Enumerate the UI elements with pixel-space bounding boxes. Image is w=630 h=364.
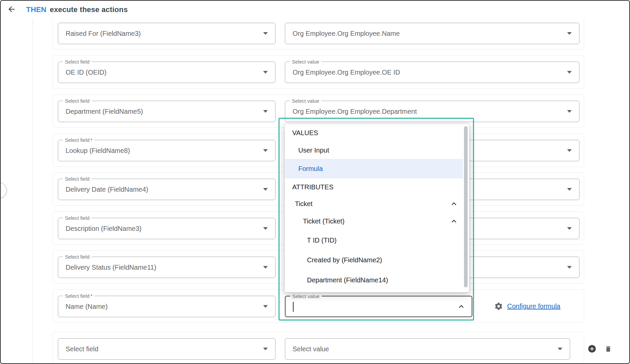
field-value: Lookup (FieldName8) <box>66 147 130 155</box>
chevron-down-icon <box>558 348 562 350</box>
field-value: Name (Name) <box>66 303 108 310</box>
configure-formula-action: Configure formula <box>494 302 560 311</box>
select-field-dropdown[interactable]: Raised For (FieldName3) <box>58 23 275 44</box>
delete-row-button[interactable] <box>605 345 612 354</box>
chevron-down-icon <box>567 266 572 269</box>
chevron-up-icon <box>450 217 458 226</box>
value-label: Select value <box>290 293 322 299</box>
select-value-dropdown[interactable]: Select value <box>285 338 570 360</box>
dropdown-option-t-id[interactable]: T ID (TID) <box>285 231 469 250</box>
field-value: Description (FieldName3) <box>66 225 142 233</box>
field-label: Select field <box>63 176 91 182</box>
field-label: Select field* <box>63 137 94 143</box>
value-label: Select value <box>290 98 321 104</box>
select-value-combobox-open[interactable]: Select value <box>285 296 472 317</box>
field-label: Select field <box>63 254 91 260</box>
field-label: Select field <box>63 59 91 65</box>
dropdown-section-values: VALUES <box>285 124 469 142</box>
value-value: Org Employee.Org Employee.Name <box>293 30 400 37</box>
chevron-down-icon <box>263 305 268 308</box>
select-value-dropdown[interactable]: Select value Org Employee.Org Employee.D… <box>285 101 579 122</box>
chevron-down-icon <box>567 149 572 152</box>
select-field-dropdown[interactable]: Select field Delivery Date (FieldName4) <box>58 179 275 200</box>
field-label: Select field* <box>63 293 94 299</box>
action-row-new: Select field Select value <box>53 332 584 364</box>
left-panel-divider <box>32 19 33 363</box>
dropdown-option-created-by[interactable]: Created by (FieldName2) <box>285 250 469 270</box>
dropdown-scrollbar[interactable] <box>464 126 468 287</box>
action-row: Raised For (FieldName3) Org Employee.Org… <box>53 16 584 50</box>
required-marker: * <box>90 293 92 299</box>
field-label: Select field <box>63 215 91 221</box>
field-label: Select field <box>63 98 91 104</box>
page-title: THENexecute these actions <box>26 5 128 14</box>
dropdown-subgroup-ticket-ticket[interactable]: Ticket (Ticket) <box>285 212 469 231</box>
dropdown-group-ticket[interactable]: Ticket <box>285 196 469 212</box>
action-row: Select field Department (FieldName5) Sel… <box>53 94 584 128</box>
chevron-down-icon <box>263 32 268 35</box>
required-marker: * <box>90 137 92 143</box>
back-arrow-icon <box>7 5 16 15</box>
configure-formula-link[interactable]: Configure formula <box>507 302 560 310</box>
value-placeholder: Select value <box>293 345 329 353</box>
dropdown-option-formula[interactable]: Formula <box>285 159 463 178</box>
select-field-dropdown[interactable]: Select field OE ID (OEID) <box>58 62 275 83</box>
select-value-dropdown[interactable]: Select value Org Employee.Org Employee.O… <box>285 62 579 83</box>
select-value-dropdown[interactable]: Org Employee.Org Employee.Name <box>285 23 579 44</box>
chevron-up-icon <box>458 303 465 311</box>
action-row: Select field* Name (Name) Select value C… <box>53 289 584 323</box>
add-circle-icon <box>587 344 597 355</box>
page-header: THENexecute these actions <box>1 1 629 19</box>
chevron-down-icon <box>263 348 268 350</box>
rule-actions-page: THENexecute these actions Raised For (Fi… <box>0 0 630 364</box>
text-cursor <box>293 302 294 312</box>
chevron-down-icon <box>263 149 268 152</box>
trash-icon <box>605 345 612 354</box>
then-keyword: THEN <box>26 5 47 14</box>
chevron-down-icon <box>263 227 268 230</box>
select-field-dropdown[interactable]: Select field Department (FieldName5) <box>58 101 275 122</box>
add-row-button[interactable] <box>587 344 597 355</box>
dropdown-section-attributes: ATTRIBUTES <box>285 178 469 196</box>
field-value: Delivery Date (FieldName4) <box>66 186 148 193</box>
select-field-dropdown[interactable]: Select field <box>58 338 275 360</box>
field-value: OE ID (OEID) <box>66 69 106 76</box>
chevron-down-icon <box>263 110 268 113</box>
page-title-text: execute these actions <box>50 5 128 14</box>
value-label: Select value <box>290 59 321 65</box>
field-value: Raised For (FieldName3) <box>66 30 141 37</box>
dropdown-option-department[interactable]: Department (FieldName14) <box>285 270 469 290</box>
select-field-dropdown[interactable]: Select field* Name (Name) <box>58 296 275 317</box>
value-value: Org Employee.Org Employee.Department <box>293 108 417 115</box>
chevron-down-icon <box>263 266 268 269</box>
chevron-down-icon <box>567 188 572 191</box>
chevron-down-icon <box>567 227 572 230</box>
field-value: Department (FieldName5) <box>66 108 143 115</box>
chevron-down-icon <box>567 110 572 113</box>
collapsed-side-button[interactable] <box>0 182 7 198</box>
chevron-down-icon <box>567 32 572 35</box>
action-row: Select field OE ID (OEID) Select value O… <box>53 55 584 89</box>
field-placeholder: Select field <box>66 345 98 353</box>
value-value: Org Employee.Org Employee.OE ID <box>293 69 400 76</box>
value-options-dropdown: VALUES User Input Formula ATTRIBUTES Tic… <box>285 124 469 292</box>
field-value: Delivery Status (FieldName11) <box>66 264 156 271</box>
select-field-dropdown[interactable]: Select field Description (FieldName3) <box>58 218 275 239</box>
dropdown-option-user-input[interactable]: User Input <box>285 142 469 159</box>
chevron-down-icon <box>263 71 268 74</box>
gear-icon[interactable] <box>494 302 503 311</box>
chevron-up-icon <box>450 200 458 209</box>
chevron-down-icon <box>567 71 572 74</box>
select-field-dropdown[interactable]: Select field Delivery Status (FieldName1… <box>58 257 275 278</box>
chevron-down-icon <box>263 188 268 191</box>
back-button[interactable] <box>6 4 17 15</box>
select-field-dropdown[interactable]: Select field* Lookup (FieldName8) <box>58 140 275 161</box>
